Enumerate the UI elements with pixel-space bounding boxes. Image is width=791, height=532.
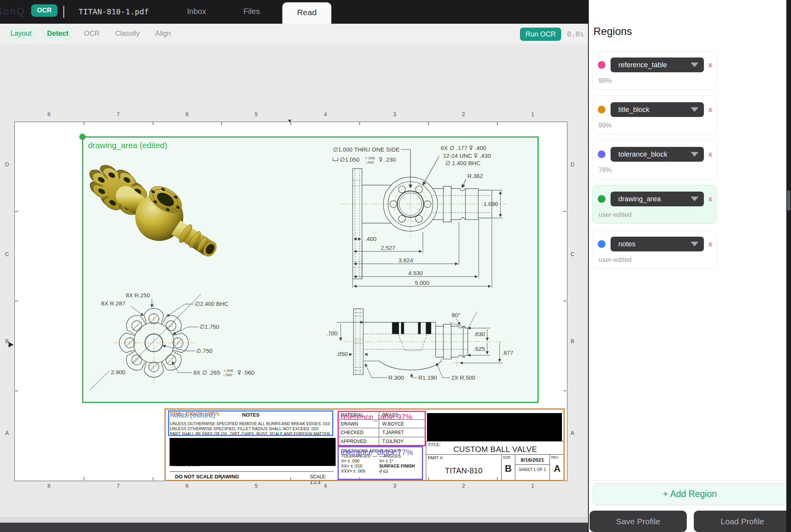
ruler-row: C: [569, 251, 576, 257]
chevron-down-icon: [691, 107, 698, 112]
ruler-col: 6: [183, 483, 191, 489]
page-scrollbar[interactable]: [786, 0, 791, 532]
ruler-col: 2: [460, 111, 467, 117]
region-card-title-block[interactable]: title_block x 99%: [592, 96, 717, 134]
mode-tab-detect[interactable]: Detect: [42, 27, 74, 40]
ruler-col: 7: [114, 483, 122, 489]
region-delete-button[interactable]: x: [709, 106, 712, 114]
region-card-reference-table[interactable]: reference_table x 98%: [592, 51, 717, 90]
region-delete-button[interactable]: x: [709, 150, 712, 159]
region-color-dot: [598, 195, 606, 203]
canvas-footer-band: [0, 517, 588, 523]
scrollbar-thumb[interactable]: [787, 190, 790, 211]
region-type-label: tolerance_block: [618, 150, 691, 159]
ruler-col: 5: [252, 111, 260, 117]
region-confidence: 99%: [598, 122, 717, 129]
ruler-row: D: [3, 161, 11, 167]
canvas-footer-dark: [0, 523, 588, 532]
ruler-col: 2: [460, 483, 467, 489]
region-type-dropdown[interactable]: drawing_area: [611, 192, 704, 206]
app-logo: SonQ: [0, 5, 25, 17]
chevron-down-icon: [691, 197, 698, 201]
region-confidence: 78%: [598, 166, 717, 174]
region-overlay-drawing-area[interactable]: drawing_area (edited): [82, 136, 539, 403]
ruler-col: 4: [322, 111, 329, 117]
load-profile-button[interactable]: Load Profile: [694, 511, 791, 532]
region-card-notes[interactable]: notes x user-edited: [592, 230, 717, 269]
region-delete-button[interactable]: x: [709, 61, 712, 69]
region-handle-icon[interactable]: [79, 134, 86, 140]
save-profile-button[interactable]: Save Profile: [590, 511, 687, 532]
ruler-row: B: [569, 338, 576, 344]
region-color-dot: [598, 61, 606, 69]
ruler-center-arrow-icon: [9, 342, 14, 347]
region-type-dropdown[interactable]: tolerance_block: [611, 147, 704, 162]
region-color-dot: [598, 150, 606, 158]
ruler-col: 7: [114, 111, 122, 117]
region-delete-button[interactable]: x: [709, 240, 712, 248]
region-type-label: title_block: [618, 106, 691, 114]
ruler-col: 3: [391, 483, 399, 489]
mode-tab-ocr[interactable]: OCR: [79, 27, 105, 40]
region-delete-button[interactable]: x: [709, 195, 712, 203]
ruler-col: 6: [183, 111, 191, 117]
region-label-tolerance-block: tolerance_block 77%: [341, 448, 413, 457]
region-label-notes: notes (edited): [170, 411, 215, 419]
ruler-col: 5: [252, 483, 260, 489]
chevron-down-icon: [691, 242, 698, 246]
region-status: user-edited: [598, 256, 717, 264]
ruler-row: A: [569, 430, 576, 436]
regions-panel: Regions reference_table x 98% title_bloc…: [588, 0, 791, 532]
document-filename: TITAN-810-1.pdf: [79, 7, 149, 16]
region-color-dot: [598, 240, 606, 248]
region-card-tolerance-block[interactable]: tolerance_block x 78%: [592, 140, 717, 179]
region-color-dot: [598, 106, 606, 113]
add-region-button[interactable]: + Add Region: [593, 483, 787, 505]
region-card-drawing-area[interactable]: drawing_area x user-edited: [592, 185, 717, 224]
region-label-drawing-area: drawing_area (edited): [88, 141, 167, 150]
ocr-badge: OCR: [31, 4, 58, 17]
ruler-col: 8: [45, 483, 53, 489]
chevron-down-icon: [691, 152, 698, 157]
mode-tab-classify[interactable]: Classify: [110, 27, 145, 40]
ruler-col: 1: [529, 111, 537, 117]
ruler-col: 3: [391, 111, 399, 117]
ruler-row: C: [3, 251, 11, 257]
divider: [63, 6, 64, 18]
region-type-dropdown[interactable]: reference_table: [611, 58, 704, 72]
regions-panel-title: Regions: [593, 26, 632, 38]
region-confidence: 98%: [598, 77, 717, 85]
ru1er-col: 1: [529, 483, 537, 489]
document-canvas[interactable]: 8 7 6 5 4 3 2 1 8 7 6 5 4 3 2 1 D C B A …: [0, 44, 588, 532]
region-type-dropdown[interactable]: title_block: [611, 102, 704, 117]
tab-files[interactable]: Files: [243, 7, 260, 16]
app-screen: SonQ OCR TITAN-810-1.pdf Inbox Files Rea…: [0, 0, 791, 532]
chevron-down-icon: [691, 63, 698, 67]
mode-tab-align[interactable]: Align: [150, 27, 176, 40]
region-type-label: notes: [618, 240, 691, 248]
region-type-label: reference_table: [618, 61, 691, 69]
tab-inbox[interactable]: Inbox: [187, 7, 206, 16]
ruler-col: 8: [45, 111, 53, 117]
ruler-row: A: [3, 430, 11, 436]
mode-tab-layout[interactable]: Layout: [5, 27, 37, 40]
ruler-row: D: [569, 161, 576, 167]
elapsed-time: 0.0s: [567, 30, 584, 38]
divider: [589, 480, 791, 481]
region-type-dropdown[interactable]: notes: [611, 237, 704, 251]
region-status: user-edited: [598, 211, 717, 219]
region-type-label: drawing_area: [618, 195, 691, 203]
tab-read[interactable]: Read: [282, 2, 331, 24]
region-label-reference-table: reference_table 97%: [341, 413, 413, 422]
run-ocr-button[interactable]: Run OCR: [520, 28, 561, 41]
